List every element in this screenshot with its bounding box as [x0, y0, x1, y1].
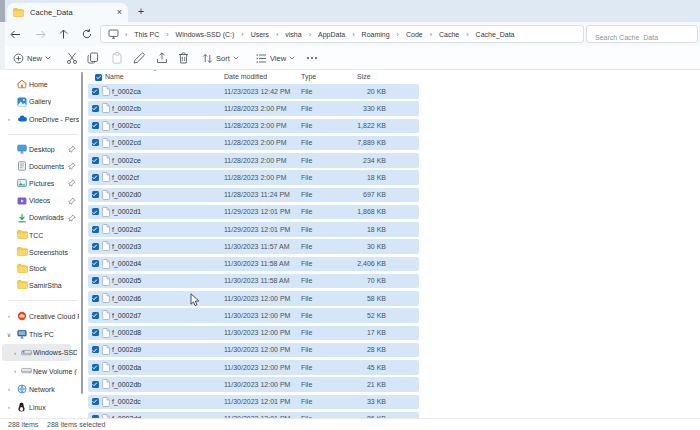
- row-checkbox[interactable]: [92, 174, 99, 181]
- chevron-right-icon[interactable]: ›: [11, 350, 19, 356]
- row-checkbox[interactable]: [92, 329, 99, 336]
- breadcrumb-segment[interactable]: AppData: [317, 31, 346, 38]
- file-row-f_0002d6[interactable]: f_0002d611/30/2023 12:00 PMFile58 KB: [88, 291, 419, 306]
- file-row-f_0002cf[interactable]: f_0002cf11/28/2023 2:00 PMFile18 KB: [88, 170, 419, 185]
- chevron-right-icon[interactable]: ›: [5, 404, 13, 410]
- row-checkbox[interactable]: [92, 208, 99, 215]
- file-row-f_0002cc[interactable]: f_0002cc11/28/2023 2:00 PMFile1,822 KB: [88, 119, 419, 134]
- breadcrumb-segment[interactable]: Cache: [438, 31, 460, 38]
- sidebar-item-onedrive-perso[interactable]: ›OneDrive - Perso: [0, 112, 84, 127]
- chevron-right-icon[interactable]: ›: [5, 116, 13, 122]
- file-row-f_0002d3[interactable]: f_0002d311/30/2023 11:57 AMFile30 KB: [88, 239, 419, 254]
- sidebar-item-gallery[interactable]: Gallery: [0, 94, 84, 109]
- new-button[interactable]: New: [13, 49, 51, 67]
- breadcrumb-chevron-icon[interactable]: ›: [460, 30, 474, 38]
- row-checkbox[interactable]: [92, 105, 99, 112]
- file-row-f_0002ca[interactable]: f_0002ca11/23/2023 12:42 PMFile20 KB: [88, 84, 419, 99]
- sidebar-item-stock[interactable]: Stock: [0, 261, 84, 276]
- view-button[interactable]: View: [256, 49, 295, 67]
- row-checkbox[interactable]: [92, 139, 99, 146]
- column-header-size[interactable]: Size: [357, 73, 371, 80]
- file-row-f_0002cb[interactable]: f_0002cb11/28/2023 2:00 PMFile330 KB: [88, 101, 419, 116]
- chevron-right-icon[interactable]: ›: [5, 386, 13, 392]
- paste-icon[interactable]: [110, 51, 123, 64]
- breadcrumb-segment[interactable]: Code: [405, 31, 424, 38]
- sidebar-item-videos[interactable]: Videos: [0, 193, 84, 208]
- delete-icon[interactable]: [177, 51, 190, 64]
- chevron-down-icon[interactable]: ∨: [5, 331, 13, 338]
- new-tab-button[interactable]: +: [133, 2, 149, 20]
- breadcrumb-segment[interactable]: Windows-SSD (C:): [175, 31, 236, 38]
- file-row-f_0002d4[interactable]: f_0002d411/30/2023 11:58 AMFile2,406 KB: [88, 257, 419, 272]
- share-icon[interactable]: [155, 51, 168, 64]
- refresh-icon[interactable]: [79, 26, 95, 42]
- file-row-f_0002db[interactable]: f_0002db11/30/2023 12:00 PMFile21 KB: [88, 377, 419, 392]
- chevron-right-icon[interactable]: ›: [5, 313, 13, 319]
- file-row-f_0002da[interactable]: f_0002da11/30/2023 12:00 PMFile45 KB: [88, 360, 419, 375]
- row-checkbox[interactable]: [92, 226, 99, 233]
- breadcrumb-segment[interactable]: Cache_Data: [475, 31, 516, 38]
- sidebar-item-desktop[interactable]: Desktop: [0, 142, 84, 157]
- row-checkbox[interactable]: [92, 277, 99, 284]
- file-row-f_0002d5[interactable]: f_0002d511/30/2023 11:58 AMFile70 KB: [88, 274, 419, 289]
- cut-icon[interactable]: [65, 51, 78, 64]
- row-checkbox[interactable]: [92, 381, 99, 388]
- breadcrumb-segment[interactable]: Users: [250, 31, 270, 38]
- up-icon[interactable]: [55, 26, 71, 42]
- back-icon[interactable]: [7, 26, 23, 42]
- sort-button[interactable]: Sort: [202, 49, 239, 67]
- row-checkbox[interactable]: [92, 243, 99, 250]
- column-header-type[interactable]: Type: [301, 73, 316, 80]
- breadcrumb-chevron-icon[interactable]: ›: [270, 30, 284, 38]
- breadcrumb-chevron-icon[interactable]: ›: [119, 30, 133, 38]
- row-checkbox[interactable]: [92, 88, 99, 95]
- breadcrumb-chevron-icon[interactable]: ›: [235, 30, 249, 38]
- row-checkbox[interactable]: [92, 312, 99, 319]
- file-row-f_0002d2[interactable]: f_0002d211/29/2023 12:01 PMFile18 KB: [88, 222, 419, 237]
- row-checkbox[interactable]: [92, 260, 99, 267]
- row-checkbox[interactable]: [92, 122, 99, 129]
- file-row-f_0002ce[interactable]: f_0002ce11/28/2023 2:00 PMFile234 KB: [88, 153, 419, 168]
- breadcrumb-segment[interactable]: visha: [284, 31, 302, 38]
- breadcrumb-chevron-icon[interactable]: ›: [424, 30, 438, 38]
- copy-icon[interactable]: [86, 51, 99, 64]
- sidebar-item-this-pc[interactable]: ∨This PC: [0, 327, 84, 342]
- file-row-f_0002cd[interactable]: f_0002cd11/28/2023 2:00 PMFile7,889 KB: [88, 136, 419, 151]
- chevron-right-icon[interactable]: ›: [11, 368, 19, 374]
- search-input[interactable]: [587, 30, 697, 46]
- sidebar-item-pictures[interactable]: Pictures: [0, 176, 84, 191]
- breadcrumb-chevron-icon[interactable]: ›: [346, 30, 360, 38]
- sidebar-item-samirstha[interactable]: SamirStha: [0, 278, 84, 293]
- file-row-f_0002d8[interactable]: f_0002d811/30/2023 12:00 PMFile17 KB: [88, 326, 419, 341]
- row-checkbox[interactable]: [92, 398, 99, 405]
- row-checkbox[interactable]: [92, 157, 99, 164]
- file-row-f_0002d1[interactable]: f_0002d111/29/2023 12:01 PMFile1,868 KB: [88, 205, 419, 220]
- row-checkbox[interactable]: [92, 191, 99, 198]
- sidebar-item-linux[interactable]: ›Linux: [0, 400, 84, 415]
- sidebar-item-new-volume-d[interactable]: ›New Volume (D: [0, 364, 84, 379]
- sidebar-item-network[interactable]: ›Network: [0, 382, 84, 397]
- sidebar-item-screenshots[interactable]: Screenshots: [0, 245, 84, 260]
- sidebar-item-windows-ssd[interactable]: ›Windows-SSD: [0, 345, 84, 360]
- sidebar-item-creative-cloud-f[interactable]: ›Creative Cloud F: [0, 309, 84, 324]
- select-all-checkbox[interactable]: [95, 74, 102, 81]
- column-header-date[interactable]: Date modified: [224, 73, 267, 80]
- more-options-icon[interactable]: [305, 51, 318, 64]
- file-row-f_0002d0[interactable]: f_0002d011/28/2023 11:24 PMFile697 KB: [88, 188, 419, 203]
- breadcrumb-segment[interactable]: Roaming: [361, 31, 391, 38]
- row-checkbox[interactable]: [92, 364, 99, 371]
- breadcrumb-chevron-icon[interactable]: ›: [160, 30, 174, 38]
- sidebar-item-home[interactable]: Home: [0, 77, 84, 92]
- file-row-f_0002dc[interactable]: f_0002dc11/30/2023 12:01 PMFile33 KB: [88, 395, 419, 410]
- breadcrumb-segment[interactable]: This PC: [133, 31, 160, 38]
- file-row-f_0002d9[interactable]: f_0002d911/30/2023 12:00 PMFile28 KB: [88, 343, 419, 358]
- breadcrumb-chevron-icon[interactable]: ›: [391, 30, 405, 38]
- row-checkbox[interactable]: [92, 295, 99, 302]
- column-header-name[interactable]: Name: [105, 73, 124, 80]
- sidebar-item-tcc[interactable]: TCC: [0, 228, 84, 243]
- file-row-f_0002d7[interactable]: f_0002d711/30/2023 12:00 PMFile52 KB: [88, 308, 419, 323]
- search-box[interactable]: [586, 25, 698, 43]
- sidebar-item-documents[interactable]: Documents: [0, 159, 84, 174]
- row-checkbox[interactable]: [92, 346, 99, 353]
- breadcrumb-chevron-icon[interactable]: ›: [303, 30, 317, 38]
